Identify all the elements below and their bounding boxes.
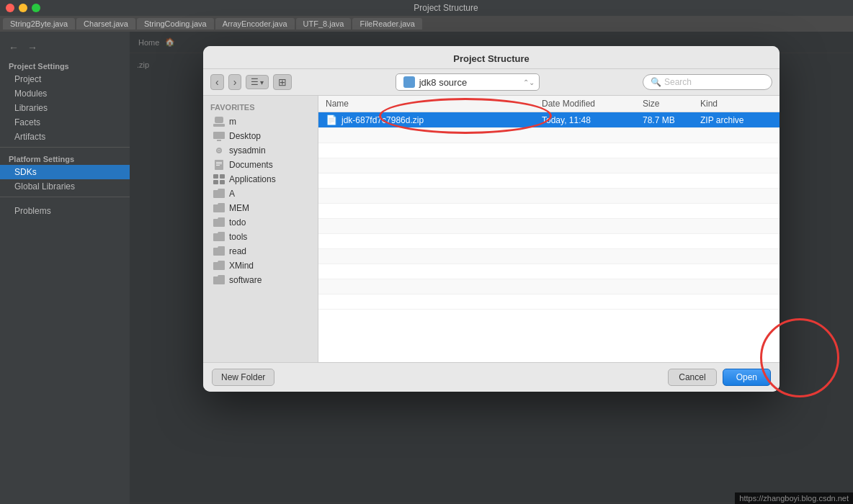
platform-settings-label: Platform Settings <box>0 150 130 165</box>
sidebar-item-artifacts[interactable]: Artifacts <box>0 130 130 144</box>
window-title: Project Structure <box>45 3 847 13</box>
fav-label-m: m <box>229 117 236 127</box>
sidebar-item-facets[interactable]: Facets <box>0 115 130 130</box>
maximize-dot[interactable] <box>32 4 40 12</box>
fav-item-desktop[interactable]: Desktop <box>206 129 315 143</box>
back-button[interactable]: ‹ <box>210 74 224 90</box>
fav-item-sysadmin[interactable]: sysadmin <box>206 143 315 158</box>
file-date-cell: Today, 11:48 <box>542 115 643 125</box>
fav-label-sysadmin: sysadmin <box>229 145 266 156</box>
folder-xmind-icon <box>213 261 225 271</box>
svg-rect-10 <box>213 174 218 179</box>
tab-charset[interactable]: Charset.java <box>76 18 135 30</box>
documents-icon <box>213 160 225 170</box>
fav-label-tools: tools <box>229 232 247 242</box>
fav-item-software[interactable]: software <box>206 273 315 287</box>
person-icon <box>213 117 225 127</box>
tab-utf8[interactable]: UTF_8.java <box>296 18 352 30</box>
sidebar-divider <box>0 147 130 148</box>
col-name-header[interactable]: Name <box>326 99 542 109</box>
tab-bar: String2Byte.java Charset.java StringCodi… <box>0 16 853 32</box>
file-list-header: Name Date Modified Size Kind <box>318 96 780 112</box>
sidebar-item-libraries[interactable]: Libraries <box>0 101 130 115</box>
sidebar: ← → Project Settings Project Modules Lib… <box>0 32 130 504</box>
table-row <box>318 249 780 264</box>
table-row[interactable]: 📄 jdk-687fd7c7986d.zip Today, 11:48 78.7… <box>318 112 780 128</box>
tab-stringcoding[interactable]: StringCoding.java <box>137 18 214 30</box>
svg-point-5 <box>218 150 220 152</box>
file-list: 📄 jdk-687fd7c7986d.zip Today, 11:48 78.7… <box>318 112 780 362</box>
sidebar-divider2 <box>0 197 130 197</box>
new-folder-button[interactable]: New Folder <box>212 369 274 386</box>
fav-item-todo[interactable]: todo <box>206 215 315 230</box>
table-row <box>318 158 780 174</box>
table-row <box>318 234 780 249</box>
file-kind-cell: ZIP archive <box>700 115 772 125</box>
sidebar-item-global-libraries[interactable]: Global Libraries <box>0 179 130 194</box>
fav-item-mem[interactable]: MEM <box>206 201 315 215</box>
back-arrow[interactable]: ← <box>6 40 22 55</box>
close-dot[interactable] <box>6 4 14 12</box>
gear-icon <box>213 145 225 156</box>
location-box: jdk8 source ⌃⌄ <box>296 73 638 91</box>
location-pill[interactable]: jdk8 source ⌃⌄ <box>396 73 540 91</box>
favorites-panel: Favorites m <box>203 96 318 362</box>
svg-rect-0 <box>215 117 223 123</box>
table-row <box>318 279 780 294</box>
col-size-header[interactable]: Size <box>643 99 700 109</box>
sidebar-nav: ← → <box>0 37 130 58</box>
forward-button[interactable]: › <box>228 74 242 90</box>
location-text: jdk8 source <box>419 77 467 88</box>
main-layout: ← → Project Settings Project Modules Lib… <box>0 32 853 504</box>
fav-item-m[interactable]: m <box>206 114 315 129</box>
open-button[interactable]: Open <box>723 369 771 386</box>
location-chevron-icon: ⌃⌄ <box>523 78 535 86</box>
fav-label-read: read <box>229 246 246 256</box>
view-toggle-button[interactable]: ☰ ▾ <box>246 75 269 89</box>
minimize-dot[interactable] <box>19 4 27 12</box>
tab-string2byte[interactable]: String2Byte.java <box>3 18 75 30</box>
file-dialog: Project Structure ‹ › ☰ ▾ ⊞ jdk8 source … <box>203 46 780 392</box>
fav-item-applications[interactable]: Applications <box>206 172 315 186</box>
fav-item-xmind[interactable]: XMind <box>206 258 315 273</box>
fav-item-read[interactable]: read <box>206 244 315 258</box>
search-box[interactable]: 🔍 Search <box>643 74 772 90</box>
dialog-footer: New Folder Cancel Open <box>203 362 780 392</box>
content-area: Home 🏠 .zip + − Project Structure ‹ › <box>130 32 853 504</box>
table-row <box>318 189 780 204</box>
file-size-cell: 78.7 MB <box>643 115 700 125</box>
sidebar-item-sdks[interactable]: SDKs <box>0 165 130 179</box>
col-kind-header[interactable]: Kind <box>700 99 772 109</box>
svg-rect-8 <box>216 163 222 164</box>
cancel-button[interactable]: Cancel <box>668 369 716 386</box>
folder-todo-icon <box>213 217 225 228</box>
sidebar-item-modules[interactable]: Modules <box>0 86 130 101</box>
fav-label-documents: Documents <box>229 160 273 170</box>
file-name-text: jdk-687fd7c7986d.zip <box>341 115 424 125</box>
favorites-label: Favorites <box>203 102 318 114</box>
fav-label-a: A <box>229 189 235 199</box>
col-date-header[interactable]: Date Modified <box>542 99 643 109</box>
svg-rect-13 <box>220 180 225 184</box>
fav-item-a[interactable]: A <box>206 186 315 201</box>
table-row <box>318 174 780 189</box>
sidebar-item-problems[interactable]: Problems <box>0 200 130 218</box>
fav-item-tools[interactable]: tools <box>206 230 315 244</box>
fav-label-mem: MEM <box>229 203 249 213</box>
file-list-panel: Name Date Modified Size Kind 📄 jdk-687fd… <box>318 96 780 362</box>
tab-filereader[interactable]: FileReader.java <box>352 18 421 30</box>
fav-item-documents[interactable]: Documents <box>206 158 315 172</box>
table-row <box>318 264 780 279</box>
forward-arrow[interactable]: → <box>24 40 40 55</box>
table-row <box>318 219 780 234</box>
window-chrome: Project Structure <box>0 0 853 16</box>
dialog-toolbar: ‹ › ☰ ▾ ⊞ jdk8 source ⌃⌄ 🔍 <box>203 69 780 96</box>
tab-arrayencoder[interactable]: ArrayEncoder.java <box>215 18 295 30</box>
folder-nav-button[interactable]: ⊞ <box>273 74 292 90</box>
table-row <box>318 204 780 219</box>
fav-label-xmind: XMind <box>229 261 254 271</box>
search-icon: 🔍 <box>651 77 661 87</box>
sidebar-item-project[interactable]: Project <box>0 72 130 86</box>
folder-tools-icon <box>213 232 225 242</box>
table-row <box>318 143 780 158</box>
